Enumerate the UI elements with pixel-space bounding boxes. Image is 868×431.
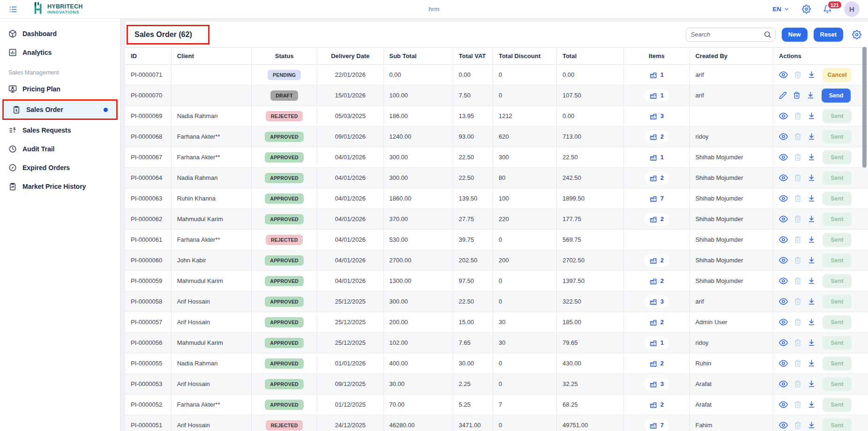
- download-icon[interactable]: [808, 339, 816, 347]
- delete-trash-icon[interactable]: [794, 277, 801, 285]
- sidebar-item-expired-orders[interactable]: Expired Orders: [0, 158, 120, 177]
- row-action-button[interactable]: Sent: [823, 418, 852, 431]
- items-button[interactable]: 2: [644, 316, 669, 328]
- brand-logo[interactable]: HYBRITECH INNOVATIONS: [33, 2, 83, 16]
- view-eye-icon[interactable]: [779, 338, 788, 347]
- download-icon[interactable]: [808, 215, 816, 223]
- row-action-button[interactable]: Cancel: [823, 68, 852, 82]
- view-eye-icon[interactable]: [779, 297, 788, 306]
- download-icon[interactable]: [808, 194, 816, 202]
- view-eye-icon[interactable]: [779, 173, 788, 182]
- delete-trash-icon[interactable]: [794, 112, 801, 120]
- items-button[interactable]: 2: [644, 399, 669, 411]
- delete-trash-icon[interactable]: [794, 133, 801, 141]
- download-icon[interactable]: [808, 236, 816, 244]
- items-button[interactable]: 2: [644, 213, 669, 225]
- delete-trash-icon[interactable]: [794, 421, 801, 429]
- sidebar-item-dashboard[interactable]: Dashboard: [0, 24, 120, 43]
- row-action-button[interactable]: Sent: [823, 150, 852, 164]
- items-button[interactable]: 3: [644, 378, 669, 390]
- delete-trash-icon[interactable]: [794, 256, 801, 264]
- view-eye-icon[interactable]: [779, 359, 788, 368]
- download-icon[interactable]: [808, 318, 816, 326]
- row-action-button[interactable]: Sent: [823, 192, 852, 206]
- items-button[interactable]: 7: [644, 193, 669, 205]
- language-selector[interactable]: EN: [772, 6, 790, 13]
- download-icon[interactable]: [808, 421, 816, 429]
- download-icon[interactable]: [808, 401, 816, 409]
- edit-pencil-icon[interactable]: [779, 91, 787, 99]
- delete-trash-icon[interactable]: [794, 215, 801, 223]
- download-icon[interactable]: [808, 174, 816, 182]
- row-action-button[interactable]: Sent: [823, 212, 852, 226]
- view-eye-icon[interactable]: [779, 400, 788, 409]
- download-icon[interactable]: [808, 133, 816, 141]
- gear-icon[interactable]: [802, 5, 811, 14]
- new-button[interactable]: New: [782, 28, 808, 42]
- row-action-button[interactable]: Sent: [823, 130, 852, 144]
- download-icon[interactable]: [808, 112, 816, 120]
- view-eye-icon[interactable]: [779, 132, 788, 141]
- view-eye-icon[interactable]: [779, 276, 788, 285]
- view-eye-icon[interactable]: [779, 111, 788, 120]
- items-button[interactable]: 1: [644, 89, 669, 102]
- delete-trash-icon[interactable]: [794, 194, 801, 202]
- delete-trash-icon[interactable]: [794, 236, 801, 244]
- download-icon[interactable]: [808, 277, 816, 285]
- row-action-button[interactable]: Sent: [823, 336, 852, 350]
- items-button[interactable]: 2: [644, 275, 669, 287]
- row-action-button[interactable]: Sent: [823, 274, 852, 288]
- row-action-button[interactable]: Send: [822, 89, 851, 103]
- download-icon[interactable]: [808, 359, 816, 367]
- items-button[interactable]: 3: [644, 110, 669, 122]
- items-button[interactable]: 2: [644, 254, 669, 267]
- view-eye-icon[interactable]: [779, 256, 788, 265]
- row-action-button[interactable]: Sent: [823, 253, 852, 268]
- row-action-button[interactable]: Sent: [823, 357, 852, 371]
- delete-trash-icon[interactable]: [793, 91, 801, 99]
- delete-trash-icon[interactable]: [794, 71, 801, 79]
- view-eye-icon[interactable]: [779, 379, 788, 388]
- row-action-button[interactable]: Sent: [823, 233, 852, 247]
- items-button[interactable]: 1: [644, 337, 669, 349]
- delete-trash-icon[interactable]: [794, 318, 801, 326]
- row-action-button[interactable]: Sent: [823, 315, 852, 329]
- row-action-button[interactable]: Sent: [823, 171, 852, 185]
- reset-button[interactable]: Reset: [814, 28, 843, 42]
- download-icon[interactable]: [808, 71, 816, 79]
- items-button[interactable]: 1: [644, 69, 669, 81]
- view-eye-icon[interactable]: [779, 70, 788, 79]
- view-eye-icon[interactable]: [779, 318, 788, 327]
- delete-trash-icon[interactable]: [794, 401, 801, 409]
- download-icon[interactable]: [808, 256, 816, 264]
- sidebar-item-market-price-history[interactable]: Market Price History: [0, 177, 120, 196]
- items-button[interactable]: 7: [644, 419, 669, 431]
- row-action-button[interactable]: Sent: [823, 109, 852, 123]
- vertical-scrollbar[interactable]: [862, 47, 867, 168]
- avatar[interactable]: H: [844, 1, 860, 17]
- menu-list-icon[interactable]: [8, 5, 18, 14]
- items-button[interactable]: 1: [644, 151, 669, 163]
- items-button[interactable]: 2: [644, 172, 669, 184]
- bell-icon[interactable]: 121: [823, 5, 832, 14]
- sidebar-item-analytics[interactable]: Analytics: [0, 43, 120, 62]
- download-icon[interactable]: [808, 297, 816, 305]
- delete-trash-icon[interactable]: [794, 380, 801, 388]
- sidebar-item-audit-trail[interactable]: Audit Trail: [0, 140, 120, 158]
- row-action-button[interactable]: Sent: [823, 377, 852, 391]
- delete-trash-icon[interactable]: [794, 174, 801, 182]
- download-icon[interactable]: [807, 91, 815, 99]
- sidebar-item-sales-requests[interactable]: $ Sales Requests: [0, 121, 120, 140]
- table-settings-gear-icon[interactable]: [852, 30, 861, 39]
- view-eye-icon[interactable]: [779, 421, 788, 430]
- download-icon[interactable]: [808, 153, 816, 161]
- view-eye-icon[interactable]: [779, 153, 788, 162]
- delete-trash-icon[interactable]: [794, 297, 801, 305]
- items-button[interactable]: 2: [644, 131, 669, 143]
- view-eye-icon[interactable]: [779, 235, 788, 244]
- row-action-button[interactable]: Sent: [823, 398, 852, 412]
- sidebar-item-sales-order[interactable]: $ Sales Order: [4, 101, 116, 119]
- view-eye-icon[interactable]: [779, 194, 788, 203]
- delete-trash-icon[interactable]: [794, 153, 801, 161]
- sidebar-item-pricing-plan[interactable]: Pricing Plan: [0, 80, 120, 98]
